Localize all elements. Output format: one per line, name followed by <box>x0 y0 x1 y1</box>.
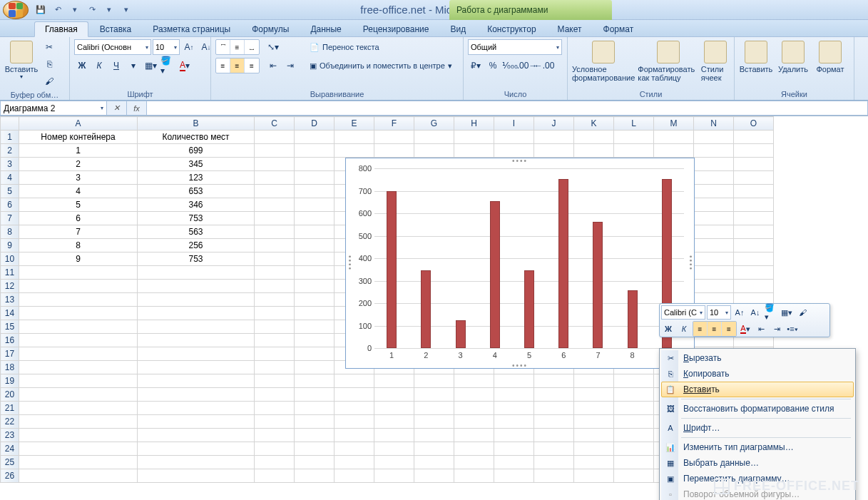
worksheet-grid[interactable]: ABCDEFGHIJKLMNO1Номер контейнераКоличест… <box>0 116 868 500</box>
cell-D22[interactable] <box>295 415 335 429</box>
chart-handle-bottom[interactable]: •••• <box>512 362 528 369</box>
cell-H26[interactable] <box>454 469 494 483</box>
currency-button[interactable]: ₽▾ <box>468 58 484 73</box>
qat-save[interactable]: 💾 <box>33 2 48 18</box>
cell-H23[interactable] <box>454 429 494 442</box>
cell-N2[interactable] <box>694 144 734 158</box>
cell-H21[interactable] <box>454 402 494 415</box>
cell-A13[interactable] <box>19 293 138 307</box>
row-header-5[interactable]: 5 <box>1 185 19 198</box>
cell-B17[interactable] <box>138 347 255 361</box>
percent-button[interactable]: % <box>485 58 501 73</box>
cell-G25[interactable] <box>414 456 454 469</box>
tab-формулы[interactable]: Формулы <box>242 22 299 36</box>
cell-F21[interactable] <box>374 402 414 415</box>
cell-D19[interactable] <box>295 374 335 388</box>
row-header-14[interactable]: 14 <box>1 307 19 320</box>
cell-H25[interactable] <box>454 456 494 469</box>
cell-G22[interactable] <box>414 415 454 429</box>
cell-F2[interactable] <box>374 144 414 158</box>
cell-D5[interactable] <box>295 185 335 198</box>
cell-G23[interactable] <box>414 429 454 442</box>
row-header-12[interactable]: 12 <box>1 280 19 293</box>
cell-B4[interactable]: 123 <box>138 171 255 185</box>
cell-B16[interactable] <box>138 334 255 347</box>
qat-undo[interactable]: ↶ <box>50 2 66 18</box>
format-as-table-button[interactable]: Форматировать как таблицу <box>638 39 698 82</box>
increase-indent-button[interactable]: ⇥ <box>282 58 298 73</box>
cell-B15[interactable] <box>138 320 255 334</box>
cell-D8[interactable] <box>295 225 335 239</box>
font-size-combo[interactable]: 10▾ <box>153 39 180 55</box>
cell-O10[interactable] <box>734 252 774 266</box>
cell-K23[interactable] <box>574 429 614 442</box>
cell-N7[interactable] <box>694 212 734 225</box>
cell-C7[interactable] <box>255 212 295 225</box>
cell-A19[interactable] <box>19 374 138 388</box>
qat-redo[interactable]: ↷ <box>84 2 100 18</box>
chart-bar-2[interactable] <box>421 270 431 348</box>
cell-F24[interactable] <box>374 442 414 456</box>
cell-B21[interactable] <box>138 402 255 415</box>
cell-D25[interactable] <box>295 456 335 469</box>
chart-plot-area[interactable]: 0100200300400500600700800123456789 <box>374 168 684 348</box>
mini-bullets[interactable]: ⦁≡▾ <box>785 322 800 336</box>
cell-B11[interactable] <box>138 266 255 280</box>
column-header-D[interactable]: D <box>295 117 335 131</box>
cell-N6[interactable] <box>694 198 734 212</box>
tab-главная[interactable]: Главная <box>34 21 88 37</box>
cell-J19[interactable] <box>534 374 574 388</box>
row-header-3[interactable]: 3 <box>1 158 19 171</box>
chart-bar-4[interactable] <box>490 201 500 348</box>
tab-конструктор[interactable]: Конструктор <box>477 22 546 36</box>
bold-button[interactable]: Ж <box>74 58 90 73</box>
cell-N11[interactable] <box>694 266 734 280</box>
cell-N8[interactable] <box>694 225 734 239</box>
cell-N5[interactable] <box>694 185 734 198</box>
row-header-19[interactable]: 19 <box>1 374 19 388</box>
cell-L26[interactable] <box>614 469 654 483</box>
increase-decimal-button[interactable]: .00→ <box>519 58 535 73</box>
cell-A8[interactable]: 7 <box>19 225 138 239</box>
cell-A3[interactable]: 2 <box>19 158 138 171</box>
cell-C3[interactable] <box>255 158 295 171</box>
cell-D3[interactable] <box>295 158 335 171</box>
chart-bar-3[interactable] <box>456 320 466 348</box>
column-header-H[interactable]: H <box>454 117 494 131</box>
tab-данные[interactable]: Данные <box>300 22 351 36</box>
cell-F23[interactable] <box>374 429 414 442</box>
qat-redo-arrow[interactable]: ▾ <box>101 2 117 18</box>
cell-E21[interactable] <box>335 402 374 415</box>
underline-arrow[interactable]: ▾ <box>126 58 141 73</box>
cell-J2[interactable] <box>534 144 574 158</box>
cell-H20[interactable] <box>454 388 494 402</box>
mini-font-color[interactable]: A▾ <box>738 322 752 336</box>
cell-G26[interactable] <box>414 469 454 483</box>
chart-bar-5[interactable] <box>524 270 534 348</box>
row-header-13[interactable]: 13 <box>1 293 19 307</box>
row-header-1[interactable]: 1 <box>1 131 19 144</box>
column-header-G[interactable]: G <box>414 117 454 131</box>
mini-size-combo[interactable]: 10▾ <box>707 305 731 320</box>
cell-C6[interactable] <box>255 198 295 212</box>
cell-A2[interactable]: 1 <box>19 144 138 158</box>
cell-C26[interactable] <box>255 469 295 483</box>
cell-A17[interactable] <box>19 347 138 361</box>
cell-D6[interactable] <box>295 198 335 212</box>
ctx-item-9[interactable]: ▦Выбрать данные… <box>661 455 854 471</box>
row-header-23[interactable]: 23 <box>1 429 19 442</box>
orientation-button[interactable]: ⤡▾ <box>265 39 281 55</box>
row-header-17[interactable]: 17 <box>1 347 19 361</box>
cell-D18[interactable] <box>295 361 335 374</box>
tab-макет[interactable]: Макет <box>548 22 592 36</box>
cell-I24[interactable] <box>494 442 534 456</box>
cell-O6[interactable] <box>734 198 774 212</box>
cell-G20[interactable] <box>414 388 454 402</box>
cell-A25[interactable] <box>19 456 138 469</box>
fx-button[interactable]: fx <box>127 101 147 116</box>
cell-J1[interactable] <box>534 131 574 144</box>
cell-O9[interactable] <box>734 239 774 252</box>
cell-B5[interactable]: 653 <box>138 185 255 198</box>
copy-button[interactable]: ⎘ <box>41 56 57 72</box>
cell-B20[interactable] <box>138 388 255 402</box>
